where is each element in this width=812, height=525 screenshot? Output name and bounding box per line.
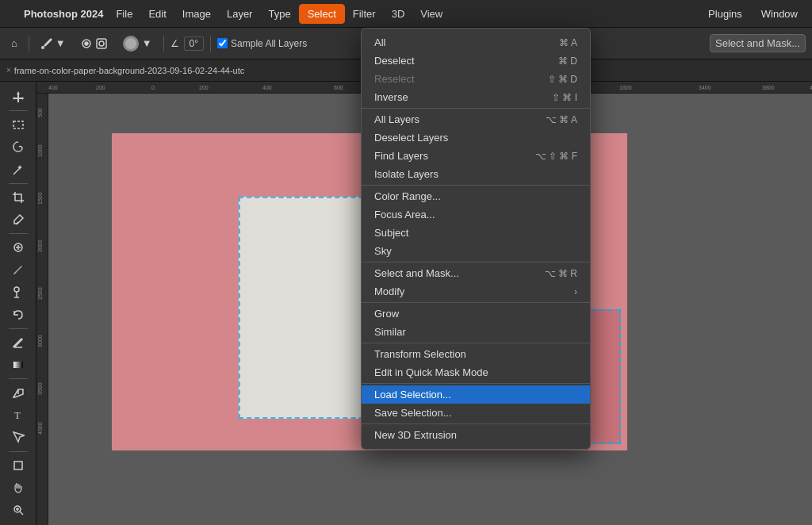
tab-close-btn[interactable]: × [6, 66, 11, 75]
menu-isolate-layers[interactable]: Isolate Layers [362, 165, 590, 183]
lasso-tool-icon[interactable] [7, 136, 29, 157]
menu-section-3: Color Range... Focus Area... Subject Sky [362, 186, 590, 262]
shape-tool-icon[interactable] [7, 454, 29, 475]
svg-text:T: T [14, 409, 21, 421]
menu-item-type[interactable]: Type [260, 5, 298, 23]
svg-text:3800: 3800 [762, 85, 775, 90]
brush-preset-btn[interactable]: ▼ [117, 33, 157, 55]
menu-similar[interactable]: Similar [362, 323, 590, 341]
svg-text:4000: 4000 [37, 422, 43, 435]
menu-all-layers[interactable]: All Layers ⌥ ⌘ A [362, 110, 590, 128]
angle-value[interactable]: 0° [184, 36, 204, 51]
pen-tool-icon[interactable] [7, 382, 29, 403]
svg-rect-3 [97, 39, 106, 48]
menu-new-3d-extrusion[interactable]: New 3D Extrusion [362, 426, 590, 444]
menu-item-image[interactable]: Image [174, 5, 219, 23]
ruler-v-ticks: 500 1000 1500 2000 2500 3000 3500 4000 [36, 94, 48, 525]
menu-section-1: All ⌘ A Deselect ⌘ D Reselect ⇧ ⌘ D Inve… [362, 32, 590, 109]
toolbar-separator-2 [163, 36, 164, 52]
svg-point-14 [14, 287, 19, 292]
app-name: Photoshop 2024 [24, 8, 103, 20]
menu-find-layers[interactable]: Find Layers ⌥ ⇧ ⌘ F [362, 147, 590, 165]
menu-section-8: New 3D Extrusion [362, 424, 590, 446]
menu-edit-quick-mask[interactable]: Edit in Quick Mask Mode [362, 363, 590, 381]
tool-separator-2 [9, 183, 28, 184]
svg-text:2500: 2500 [37, 287, 43, 300]
svg-text:200: 200 [199, 85, 209, 90]
toolbar-separator-1 [29, 36, 29, 52]
menu-save-selection[interactable]: Save Selection... [362, 404, 590, 422]
eyedropper-icon[interactable] [7, 209, 29, 230]
tool-options-btn[interactable] [75, 35, 113, 52]
tool-separator-1 [9, 110, 28, 111]
move-tool-icon[interactable] [7, 86, 29, 107]
menu-item-layer[interactable]: Layer [219, 5, 261, 23]
menu-color-range[interactable]: Color Range... [362, 187, 590, 205]
svg-rect-8 [13, 121, 23, 128]
svg-text:500: 500 [37, 108, 43, 117]
svg-point-0 [41, 46, 44, 49]
history-brush-icon[interactable] [7, 305, 29, 325]
menu-section-7: Load Selection... Save Selection... [362, 384, 590, 424]
toolbar-separator-3 [210, 36, 211, 52]
gradient-tool-icon[interactable] [7, 354, 29, 375]
menu-deselect-layers[interactable]: Deselect Layers [362, 128, 590, 147]
menu-item-plugins[interactable]: Plugins [700, 5, 750, 23]
sample-all-layers-checkbox[interactable] [217, 38, 228, 48]
menu-load-selection[interactable]: Load Selection... [362, 385, 590, 404]
svg-text:3000: 3000 [37, 335, 43, 347]
svg-text:1000: 1000 [37, 144, 43, 157]
menu-modify[interactable]: Modify › [362, 282, 590, 301]
svg-text:0: 0 [151, 85, 155, 90]
svg-text:600: 600 [334, 85, 343, 90]
tab-filename: frame-on-color-paper-background-2023-09-… [14, 66, 244, 75]
menu-inverse[interactable]: Inverse ⇧ ⌘ I [362, 88, 590, 106]
brush-tool-icon[interactable] [7, 259, 29, 280]
menu-item-select[interactable]: Select [299, 4, 345, 24]
menu-subject[interactable]: Subject [362, 224, 590, 242]
menu-item-window[interactable]: Window [753, 5, 806, 23]
select-dropdown-menu: All ⌘ A Deselect ⌘ D Reselect ⇧ ⌘ D Inve… [361, 28, 591, 450]
menu-grow[interactable]: Grow [362, 305, 590, 323]
menu-item-file[interactable]: File [108, 5, 140, 23]
menu-select-and-mask[interactable]: Select and Mask... ⌥ ⌘ R [362, 264, 590, 282]
magic-wand-icon[interactable] [7, 159, 29, 180]
menu-item-3d[interactable]: 3D [384, 5, 413, 23]
angle-label: ∠ [170, 38, 179, 49]
zoom-tool-icon[interactable] [7, 500, 29, 520]
rectangular-marquee-icon[interactable] [7, 114, 29, 135]
select-mask-btn[interactable]: Select and Mask... [710, 34, 806, 52]
home-btn[interactable]: ⌂ [6, 35, 22, 52]
menu-item-edit[interactable]: Edit [140, 5, 174, 23]
menu-item-view[interactable]: View [412, 5, 450, 23]
sample-all-layers-label: Sample All Layers [217, 38, 307, 49]
modify-arrow-icon: › [574, 286, 577, 297]
svg-text:400: 400 [48, 85, 58, 90]
menu-sky[interactable]: Sky [362, 242, 590, 260]
hand-tool-icon[interactable] [7, 477, 29, 498]
svg-text:1500: 1500 [37, 192, 43, 205]
healing-brush-icon[interactable] [7, 237, 29, 258]
menu-bar: Photoshop 2024 File Edit Image Layer Typ… [0, 0, 812, 28]
svg-text:1600: 1600 [619, 85, 632, 90]
left-toolbar: T [0, 82, 36, 525]
clone-stamp-icon[interactable] [7, 282, 29, 302]
svg-rect-16 [13, 362, 23, 368]
text-tool-icon[interactable]: T [7, 404, 29, 425]
menu-reselect[interactable]: Reselect ⇧ ⌘ D [362, 70, 590, 88]
menu-focus-area[interactable]: Focus Area... [362, 205, 590, 224]
svg-point-4 [99, 41, 104, 46]
menu-bar-right: Plugins Window [700, 5, 806, 23]
menu-section-6: Transform Selection Edit in Quick Mask M… [362, 343, 590, 384]
eraser-icon[interactable] [7, 332, 29, 353]
tool-separator-4 [9, 328, 28, 329]
menu-item-filter[interactable]: Filter [345, 5, 384, 23]
brush-tool-btn[interactable]: ▼ [36, 35, 71, 52]
svg-line-10 [16, 222, 18, 224]
menu-all[interactable]: All ⌘ A [362, 33, 590, 52]
menu-transform-selection[interactable]: Transform Selection [362, 345, 590, 363]
menu-section-5: Grow Similar [362, 303, 590, 343]
menu-deselect[interactable]: Deselect ⌘ D [362, 52, 590, 70]
path-selection-icon[interactable] [7, 427, 29, 447]
crop-tool-icon[interactable] [7, 187, 29, 208]
